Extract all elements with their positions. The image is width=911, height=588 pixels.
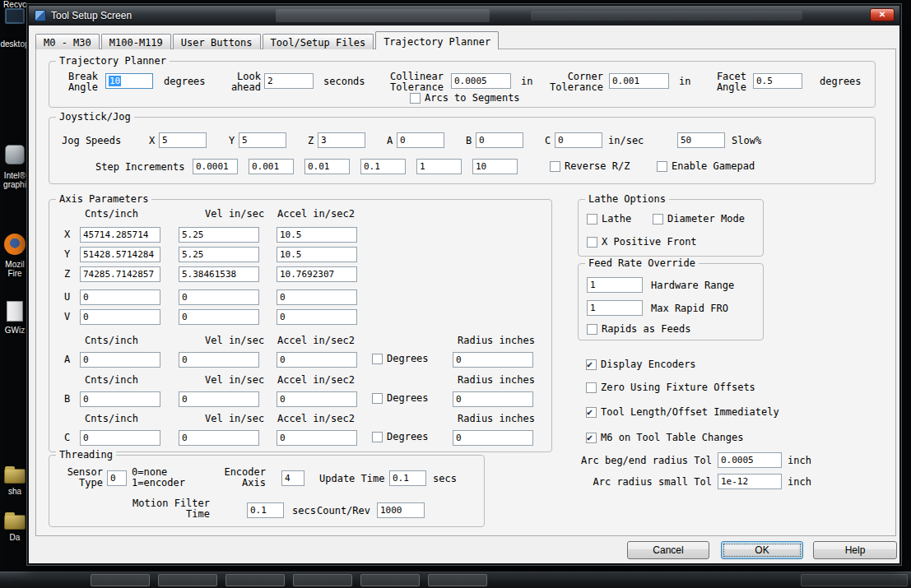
encoder-axis-input[interactable] (281, 470, 304, 486)
x-positive-front-checkbox[interactable]: X Positive Front (587, 236, 697, 248)
hardware-range-label: Hardware Range (651, 280, 734, 291)
tab-m100-m119[interactable]: M100-M119 (101, 34, 171, 49)
collinear-tolerance-label: Collinear Tolerance (386, 72, 444, 93)
threading-group: Threading Sensor Type 0=none 1=encoder E… (49, 455, 485, 527)
axis-x-cnts-input[interactable] (80, 227, 160, 243)
enable-gamepad-checkbox[interactable]: Enable Gamepad (657, 160, 755, 172)
tab-tool-setup-files[interactable]: Tool/Setup Files (263, 34, 374, 49)
sensor-type-input[interactable] (107, 470, 127, 486)
hardware-range-input[interactable] (587, 277, 643, 293)
help-button[interactable]: Help (813, 541, 897, 559)
axis-v-cnts-input[interactable] (80, 309, 160, 325)
axis-b-accel-input[interactable] (277, 391, 357, 407)
axis-c-cnts-input[interactable] (80, 430, 160, 446)
axis-y-vel-input[interactable] (179, 247, 259, 262)
arc-beg-end-radius-tol-input[interactable] (718, 452, 782, 468)
break-angle-input[interactable]: 10 (105, 73, 153, 89)
step-increment-2-input[interactable] (249, 159, 294, 174)
step-increment-1-input[interactable] (193, 159, 238, 174)
reverse-rz-checkbox[interactable]: Reverse R/Z (550, 160, 630, 172)
axis-z-cnts-input[interactable] (80, 266, 160, 282)
axis-u-vel-input[interactable] (179, 289, 259, 305)
collinear-tolerance-input[interactable] (451, 73, 511, 89)
axis-y-accel-input[interactable] (277, 247, 357, 262)
axis-y-cnts-input[interactable] (80, 247, 160, 262)
axis-c-vel-input[interactable] (179, 430, 259, 446)
vel-header: Vel in/sec (205, 414, 264, 424)
slow-percent-input[interactable] (677, 132, 725, 148)
tab-user-buttons[interactable]: User Buttons (173, 34, 261, 49)
encoder-axis-label: Encoder Axis (218, 467, 266, 488)
axis-c-radius-input[interactable] (453, 430, 533, 446)
step-increment-3-input[interactable] (304, 159, 350, 174)
look-ahead-input[interactable] (264, 73, 314, 89)
checkbox-label: X Positive Front (602, 236, 697, 248)
diameter-mode-checkbox[interactable]: Diameter Mode (653, 213, 745, 225)
axis-u-cnts-input[interactable] (80, 289, 160, 305)
zero-using-fixture-offsets-checkbox[interactable]: Zero Using Fixture Offsets (586, 382, 755, 393)
axis-b-vel-input[interactable] (179, 391, 259, 407)
arcs-to-segments-checkbox[interactable]: Arcs to Segments (410, 92, 520, 104)
taskbar-window-button[interactable] (91, 574, 150, 586)
step-increment-4-input[interactable] (360, 159, 406, 174)
axis-x-vel-input[interactable] (179, 227, 259, 243)
axis-u-accel-input[interactable] (277, 289, 357, 305)
taskbar-window-button[interactable] (293, 574, 352, 586)
axis-z-accel-input[interactable] (277, 266, 357, 282)
axis-b-degrees-checkbox[interactable]: Degrees (372, 392, 429, 404)
taskbar-window-button[interactable] (428, 574, 487, 586)
m6-on-tool-table-changes-checkbox[interactable]: M6 on Tool Table Changes (586, 432, 743, 443)
checkbox-label: Lathe (602, 213, 631, 225)
jog-speed-b-input[interactable] (476, 132, 523, 148)
corner-tolerance-input[interactable] (609, 73, 669, 89)
axis-c-degrees-checkbox[interactable]: Degrees (372, 431, 429, 442)
jog-speed-c-input[interactable] (555, 132, 602, 148)
axis-row-label: V (64, 312, 70, 322)
axis-a-degrees-checkbox[interactable]: Degrees (372, 353, 429, 364)
taskbar-window-button[interactable] (158, 574, 217, 586)
axis-b-radius-input[interactable] (453, 391, 533, 407)
count-rev-input[interactable] (377, 502, 425, 518)
axis-row-label: A (64, 354, 70, 365)
desktop-icon-label: Mozil Fire (0, 260, 30, 278)
axis-z-vel-input[interactable] (179, 266, 259, 282)
jog-speed-z-input[interactable] (318, 132, 365, 148)
tool-length-offset-immediately-checkbox[interactable]: Tool Length/Offset Immediately (586, 406, 779, 418)
ok-button[interactable]: OK (721, 541, 803, 559)
axis-v-accel-input[interactable] (277, 309, 357, 325)
firefox-icon (4, 234, 26, 255)
taskbar-window-button[interactable] (225, 574, 285, 586)
rapids-as-feeds-checkbox[interactable]: Rapids as Feeds (587, 323, 690, 335)
taskbar-window-button[interactable] (360, 574, 420, 586)
tab-trajectory-planner[interactable]: Trajectory Planner (375, 31, 499, 49)
display-encoders-checkbox[interactable]: Display Encoders (586, 359, 696, 370)
tab-m0-m30[interactable]: M0 - M30 (35, 34, 100, 49)
system-tray[interactable] (801, 574, 908, 586)
jog-speed-y-input[interactable] (239, 132, 286, 148)
axis-c-accel-input[interactable] (277, 430, 357, 446)
update-time-input[interactable] (389, 470, 426, 486)
axis-x-accel-input[interactable] (277, 227, 357, 243)
close-button[interactable]: ✕ (870, 8, 895, 21)
facet-angle-input[interactable] (753, 73, 802, 89)
window-titlebar[interactable]: Tool Setup Screen ✕ (29, 6, 899, 25)
checkbox-box (586, 407, 597, 418)
axis-a-accel-input[interactable] (277, 352, 357, 368)
max-rapid-fro-input[interactable] (587, 300, 643, 316)
axis-a-vel-input[interactable] (179, 352, 259, 368)
cancel-button[interactable]: Cancel (627, 541, 709, 559)
group-title: Axis Parameters (56, 193, 151, 205)
jog-speed-x-input[interactable] (159, 132, 207, 148)
axis-a-cnts-input[interactable] (80, 352, 160, 368)
step-increment-6-input[interactable] (472, 159, 518, 174)
axis-v-vel-input[interactable] (179, 309, 259, 325)
axis-b-cnts-input[interactable] (80, 391, 160, 407)
motion-filter-time-input[interactable] (247, 502, 284, 518)
step-increment-5-input[interactable] (416, 159, 462, 174)
arc-radius-small-tol-input[interactable] (718, 474, 782, 489)
lathe-checkbox[interactable]: Lathe (587, 213, 631, 225)
desktop: Recyc desktop Intel® graphi Mozil Fire G… (0, 0, 911, 588)
jog-speed-a-input[interactable] (397, 132, 444, 148)
axis-row-label: X (64, 229, 70, 240)
axis-a-radius-input[interactable] (453, 352, 533, 368)
